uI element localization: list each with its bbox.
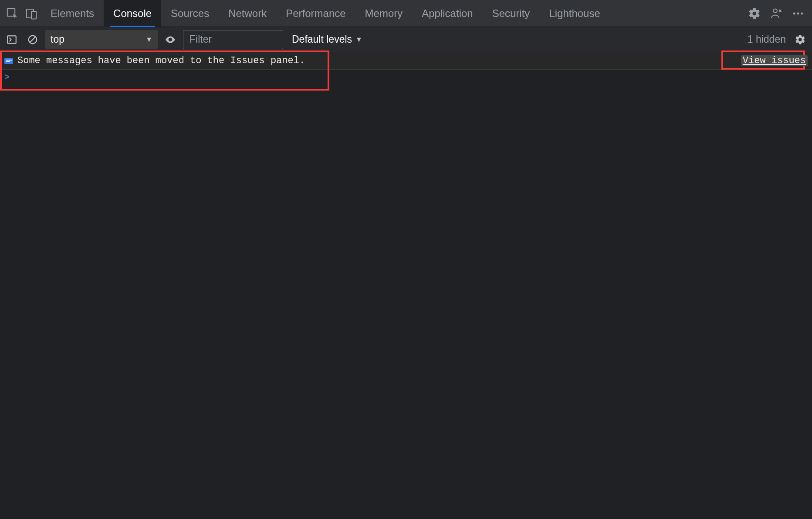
devtools-tabstrip: Elements Console Sources Network Perform…: [0, 0, 812, 27]
tab-sources[interactable]: Sources: [161, 0, 219, 27]
console-messages: Some messages have been moved to the Iss…: [0, 52, 812, 519]
clear-console-icon[interactable]: [24, 31, 41, 48]
issues-notice-text: Some messages have been moved to the Iss…: [17, 55, 305, 66]
issues-badge-icon: [4, 58, 13, 64]
svg-point-3: [773, 9, 777, 13]
tab-application[interactable]: Application: [412, 0, 482, 27]
svg-point-5: [797, 12, 799, 14]
tab-memory[interactable]: Memory: [355, 0, 413, 27]
tab-label: Security: [492, 7, 530, 20]
chevron-down-icon: ▼: [145, 36, 152, 44]
context-selector[interactable]: top ▼: [45, 30, 158, 49]
svg-rect-13: [6, 61, 10, 62]
filter-input[interactable]: [183, 30, 283, 49]
live-expression-eye-icon[interactable]: [162, 31, 179, 48]
chevron-down-icon: ▼: [355, 36, 362, 44]
console-settings-gear-icon[interactable]: [792, 31, 809, 48]
sidebar-toggle-icon[interactable]: [3, 31, 20, 48]
tab-elements[interactable]: Elements: [41, 0, 104, 27]
svg-line-9: [30, 37, 36, 42]
tab-network[interactable]: Network: [219, 0, 276, 27]
context-selector-label: top: [51, 34, 64, 45]
svg-rect-2: [31, 11, 36, 19]
tab-lighthouse[interactable]: Lighthouse: [539, 0, 609, 27]
tab-label: Performance: [286, 7, 345, 20]
svg-point-4: [793, 12, 795, 14]
log-levels-selector[interactable]: Default levels ▼: [288, 34, 367, 45]
hidden-messages-count[interactable]: 1 hidden: [748, 34, 786, 45]
prompt-caret-icon: >: [4, 72, 10, 82]
tab-label: Sources: [171, 7, 209, 20]
more-menu-icon[interactable]: [788, 4, 808, 23]
tab-label: Lighthouse: [549, 7, 600, 20]
tab-label: Elements: [51, 7, 94, 20]
device-toolbar-icon[interactable]: [22, 4, 41, 23]
tab-label: Memory: [365, 7, 403, 20]
tab-label: Network: [228, 7, 267, 20]
issues-notice-row: Some messages have been moved to the Iss…: [0, 52, 812, 70]
svg-rect-11: [4, 58, 13, 64]
inspect-element-icon[interactable]: [3, 4, 22, 23]
tab-performance[interactable]: Performance: [276, 0, 355, 27]
console-toolbar: top ▼ Default levels ▼ 1 hidden: [0, 27, 812, 52]
account-icon[interactable]: [767, 4, 786, 23]
tab-security[interactable]: Security: [483, 0, 540, 27]
svg-point-6: [801, 12, 803, 14]
console-prompt[interactable]: >: [0, 70, 812, 84]
tab-label: Application: [422, 7, 473, 20]
log-levels-label: Default levels: [292, 34, 352, 45]
settings-gear-icon[interactable]: [745, 4, 764, 23]
tab-console[interactable]: Console: [104, 0, 161, 27]
svg-rect-7: [7, 36, 16, 43]
svg-rect-12: [6, 60, 12, 61]
tab-label: Console: [113, 7, 152, 20]
view-issues-link[interactable]: View issues: [741, 55, 808, 66]
svg-point-10: [169, 38, 171, 40]
